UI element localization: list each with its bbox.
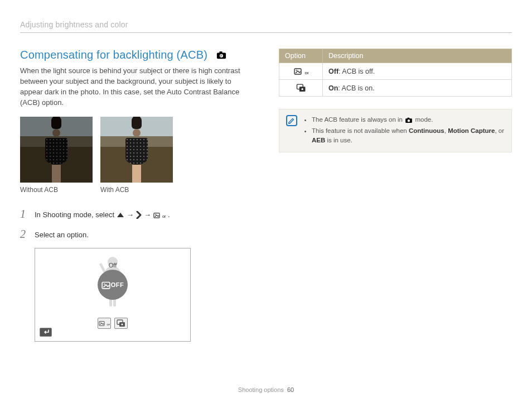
back-button[interactable] — [40, 328, 52, 337]
lcd-option-off[interactable]: OFF — [98, 318, 111, 329]
step-2-text: Select an option. — [35, 229, 89, 241]
camera-p-icon: P — [215, 50, 228, 60]
footer-page-number: 60 — [287, 386, 294, 393]
step-number: 2 — [20, 228, 29, 240]
photo-without-acb — [20, 117, 93, 183]
option-desc-cell: On: ACB is on. — [323, 80, 512, 97]
step-1-suffix: . — [168, 209, 170, 221]
note-item: This feature is not available when Conti… — [312, 126, 505, 146]
camera-lcd-screenshot: Off OFF OFF — [35, 248, 191, 342]
camera-auto-icon — [404, 117, 413, 124]
caption-without-acb: Without ACB — [20, 186, 93, 194]
step-1: 1 In Shooting mode, select → → OFF . — [20, 208, 254, 221]
return-icon — [42, 329, 49, 335]
footer-section: Shooting options — [238, 386, 284, 393]
breadcrumb: Adjusting brightness and color — [20, 20, 512, 33]
example-photos — [20, 117, 254, 183]
caption-with-acb: With ACB — [100, 186, 173, 194]
svg-text:OFF: OFF — [107, 324, 110, 327]
up-triangle-icon — [117, 212, 124, 218]
step-2: 2 Select an option. — [20, 228, 254, 241]
section-title-text: Compensating for backlighting (ACB) — [20, 49, 207, 61]
acb-off-icon: OFF — [294, 67, 308, 75]
step-number: 1 — [20, 208, 29, 219]
lcd-selected-bubble: Off OFF — [98, 270, 128, 300]
lcd-off-text: OFF — [111, 281, 124, 288]
acb-off-icon: OFF — [153, 211, 166, 219]
table-row: OFF Off: ACB is off. — [279, 63, 512, 80]
arrow-glyph: → — [127, 209, 134, 221]
acb-on-icon — [296, 84, 306, 92]
lcd-option-on[interactable] — [114, 318, 128, 329]
svg-text:OFF: OFF — [304, 71, 308, 75]
step-1-prefix: In Shooting mode, select — [35, 209, 114, 221]
svg-text:OFF: OFF — [162, 215, 166, 218]
page-footer: Shooting options 60 — [0, 386, 532, 393]
note-box: The ACB feature is always on in mode. Th… — [279, 109, 512, 152]
chevron-right-bold-icon — [136, 211, 142, 219]
acb-off-icon — [101, 280, 110, 289]
section-title: Compensating for backlighting (ACB) P — [20, 49, 254, 61]
option-icon-cell: OFF — [279, 63, 323, 80]
note-icon — [286, 115, 297, 126]
options-table: Option Description OFF Off: ACB is off. … — [279, 49, 512, 97]
svg-text:P: P — [220, 54, 223, 58]
table-header-description: Description — [323, 49, 512, 63]
arrow-glyph: → — [144, 209, 151, 221]
lcd-bubble-label: Off — [109, 262, 117, 269]
table-header-option: Option — [279, 49, 323, 63]
photo-with-acb — [100, 117, 173, 183]
table-row: On: ACB is on. — [279, 80, 512, 97]
option-desc-cell: Off: ACB is off. — [323, 63, 512, 80]
option-icon-cell — [279, 80, 323, 97]
note-item: The ACB feature is always on in mode. — [312, 115, 505, 125]
pencil-icon — [288, 117, 296, 125]
section-intro: When the light source is behind your sub… — [20, 66, 254, 108]
